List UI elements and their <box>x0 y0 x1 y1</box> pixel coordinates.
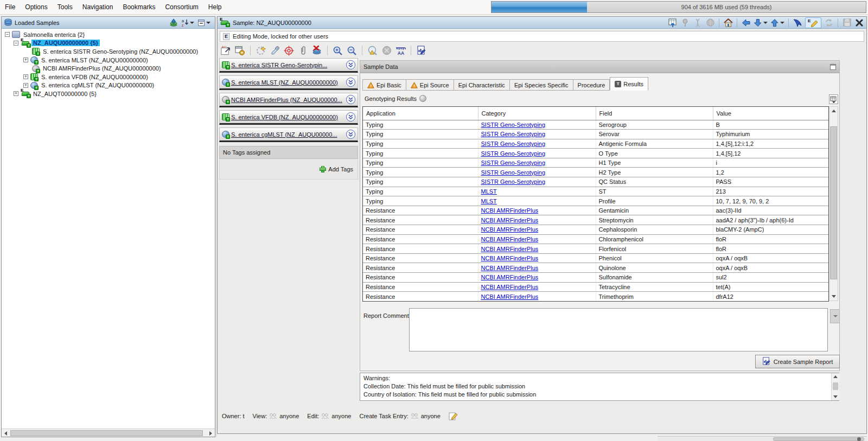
table-row[interactable]: ResistanceNCBI AMRFinderPlusSulfonamides… <box>363 273 828 283</box>
target-icon[interactable] <box>284 46 294 56</box>
table-row[interactable]: ResistanceNCBI AMRFinderPlusFlorfenicolf… <box>363 244 828 254</box>
tab-epi-characteristic[interactable]: Epi Characteristic <box>454 79 510 91</box>
tree-item-species[interactable]: − Salmonella enterica {2} <box>2 30 215 39</box>
export-sequences-icon[interactable]: AGT <box>221 46 231 56</box>
table-row[interactable]: ResistanceNCBI AMRFinderPlusChlorampheni… <box>363 234 828 244</box>
attachment-icon[interactable] <box>298 46 308 56</box>
menu-tools[interactable]: Tools <box>53 0 78 14</box>
category-link[interactable]: SISTR Geno-Serotyping <box>481 131 546 137</box>
ruler-aa-icon[interactable]: AA <box>395 46 406 56</box>
category-link[interactable]: MLST <box>481 198 497 204</box>
category-link[interactable]: NCBI AMRFinderPlus <box>481 236 539 242</box>
tab-epi-species-specific[interactable]: Epi Species Specific <box>510 79 573 91</box>
scrollbar-thumb[interactable] <box>833 382 838 390</box>
category-link[interactable]: NCBI AMRFinderPlus <box>481 274 539 280</box>
back-arrow-icon[interactable] <box>741 18 751 27</box>
category-link[interactable]: MLST <box>481 188 497 195</box>
edit-mode-button[interactable]: E <box>805 17 821 28</box>
report-comment-input[interactable] <box>409 308 828 351</box>
expander-plus-icon[interactable]: + <box>23 74 28 79</box>
tree-item-vfdb[interactable]: + T S. enterica VFDB (NZ_AUQU00000000) <box>2 73 215 81</box>
warnings-scrollbar[interactable] <box>831 373 839 400</box>
category-link[interactable]: SISTR Geno-Serotyping <box>481 159 546 166</box>
disabled-search-icon[interactable] <box>381 46 392 56</box>
table-row[interactable]: ResistanceNCBI AMRFinderPlusGentamicinaa… <box>363 206 828 215</box>
table-row[interactable]: TypingSISTR Geno-SerotypingH1 Typei <box>363 158 828 168</box>
menu-file[interactable]: File <box>0 0 20 14</box>
table-row[interactable]: TypingMLSTProfile10, 7, 12, 9, 70, 9, 2 <box>363 196 828 206</box>
save-icon[interactable] <box>842 18 852 27</box>
task-entry-link[interactable]: S. enterica MLST (NZ_AUQU00000000) <box>231 79 346 86</box>
table-row[interactable]: ResistanceNCBI AMRFinderPlusCephalospori… <box>363 225 828 235</box>
table-row[interactable]: ResistanceNCBI AMRFinderPlusTetracycline… <box>363 282 828 292</box>
tree-item-sistr[interactable]: T S. enterica SISTR Geno-Serotyping (NZ_… <box>2 47 215 56</box>
table-row[interactable]: ResistanceNCBI AMRFinderPlusQuinoloneoqx… <box>363 263 828 273</box>
tree-view-icon[interactable] <box>680 18 690 27</box>
pipette-icon[interactable] <box>270 46 280 56</box>
table-row[interactable]: TypingSISTR Geno-SerotypingQC StatusPASS <box>363 177 828 187</box>
category-link[interactable]: NCBI AMRFinderPlus <box>481 255 539 261</box>
table-row[interactable]: TypingSISTR Geno-SerotypingH2 Type1,2 <box>363 168 828 177</box>
collapse-button[interactable] <box>197 19 210 27</box>
menu-options[interactable]: Options <box>20 0 52 14</box>
category-link[interactable]: SISTR Geno-Serotyping <box>481 150 546 157</box>
table-row[interactable]: ResistanceNCBI AMRFinderPlusStreptomycin… <box>363 215 828 225</box>
table-row[interactable]: TypingSISTR Geno-SerotypingO Type1,4,[5]… <box>363 149 828 158</box>
column-chooser-button[interactable] <box>829 94 838 104</box>
tree-item-mlst[interactable]: + T S. enterica MLST (NZ_AUQU00000000) <box>2 56 215 65</box>
recompute-icon[interactable] <box>256 46 266 56</box>
scrollbar-thumb[interactable] <box>773 437 864 441</box>
scroll-left-icon[interactable] <box>4 431 7 436</box>
goto-icon[interactable] <box>793 18 802 27</box>
task-entry-link[interactable]: NCBI AMRFinderPlus (NZ_AUQU00000... <box>231 97 346 103</box>
expand-task-button[interactable] <box>346 95 355 104</box>
delete-sample-icon[interactable] <box>312 46 322 56</box>
tab-epi-basic[interactable]: ! Epi Basic <box>362 79 406 91</box>
task-entry-link[interactable]: S. enterica SISTR Geno-Serotypin... <box>231 62 346 68</box>
sphere-icon[interactable] <box>705 18 715 27</box>
category-link[interactable]: SISTR Geno-Serotyping <box>481 122 546 128</box>
expand-task-button[interactable] <box>346 60 355 69</box>
edit-permissions-icon[interactable] <box>449 412 458 420</box>
up-arrow-button[interactable] <box>770 18 784 27</box>
expand-task-button[interactable] <box>346 78 355 87</box>
refresh-icon[interactable] <box>824 18 834 27</box>
category-link[interactable]: SISTR Geno-Serotyping <box>481 169 546 176</box>
sort-button[interactable]: a z <box>181 18 194 27</box>
home-icon[interactable] <box>723 18 733 27</box>
zoom-out-icon[interactable] <box>347 46 357 56</box>
left-horizontal-scrollbar[interactable] <box>2 429 215 437</box>
table-row[interactable]: TypingSISTR Geno-SerotypingSerogroupB <box>363 120 828 130</box>
category-link[interactable]: NCBI AMRFinderPlus <box>481 226 539 233</box>
down-arrow-button[interactable] <box>754 18 768 27</box>
search-warning-icon[interactable] <box>367 46 378 56</box>
expander-plus-icon[interactable]: + <box>23 83 28 88</box>
category-link[interactable]: NCBI AMRFinderPlus <box>481 207 539 214</box>
task-entry-link[interactable]: S. enterica cgMLST (NZ_AUQU00000... <box>231 131 346 138</box>
tab-results[interactable]: T Results <box>610 77 648 91</box>
tree-item-sample-auqu[interactable]: − E T NZ_AUQU00000000 {5} <box>2 39 215 48</box>
scroll-right-icon[interactable] <box>209 431 212 436</box>
tree-item-sample-auqt[interactable]: + E T NZ_AUQT00000000 {5} <box>2 90 215 98</box>
expand-task-button[interactable] <box>346 130 355 139</box>
table-row[interactable]: TypingSISTR Geno-SerotypingSerovarTyphim… <box>363 130 828 139</box>
table-view-icon[interactable] <box>668 18 678 27</box>
maximize-icon[interactable] <box>830 64 836 70</box>
expand-task-button[interactable] <box>346 112 355 122</box>
table-row[interactable]: TypingMLSTST213 <box>363 187 828 196</box>
category-link[interactable]: NCBI AMRFinderPlus <box>481 246 539 252</box>
table-row[interactable]: ResistanceNCBI AMRFinderPlusPhenicoloqxA… <box>363 253 828 263</box>
menu-help[interactable]: Help <box>203 0 227 14</box>
table-vertical-scrollbar[interactable] <box>829 106 838 301</box>
col-category[interactable]: Category <box>478 107 596 120</box>
expander-plus-icon[interactable]: + <box>14 91 18 96</box>
category-link[interactable]: SISTR Geno-Serotyping <box>481 178 546 185</box>
close-icon[interactable] <box>854 18 864 27</box>
tree-item-amrfinder[interactable]: T NCBI AMRFinderPlus (NZ_AUQU00000000) <box>2 64 215 73</box>
menu-navigation[interactable]: Navigation <box>78 0 118 14</box>
scroll-down-icon[interactable] <box>832 295 836 298</box>
table-row[interactable]: TypingSISTR Geno-SerotypingAntigenic For… <box>363 139 828 149</box>
dna-icon[interactable] <box>693 18 703 27</box>
task-entry-link[interactable]: S. enterica VFDB (NZ_AUQU00000000) <box>231 114 346 120</box>
category-link[interactable]: NCBI AMRFinderPlus <box>481 217 539 223</box>
